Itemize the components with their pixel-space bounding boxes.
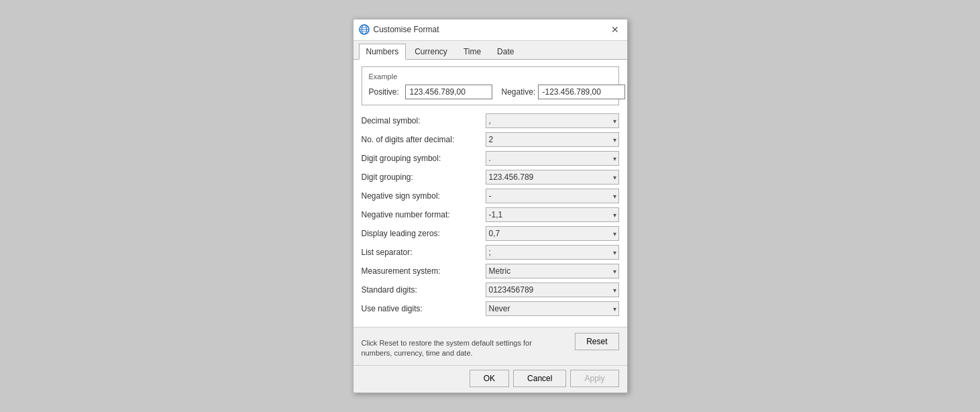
field-standard-digits: Standard digits: 0123456789 bbox=[362, 282, 619, 297]
label-grouping-symbol: Digit grouping symbol: bbox=[362, 154, 486, 163]
label-digits-after-decimal: No. of digits after decimal: bbox=[362, 135, 486, 144]
select-digits-after-decimal[interactable]: 2 bbox=[486, 132, 619, 147]
example-row: Positive: Negative: bbox=[369, 85, 612, 99]
field-digits-after-decimal: No. of digits after decimal: 2 bbox=[362, 132, 619, 147]
select-standard-digits[interactable]: 0123456789 bbox=[486, 282, 619, 297]
negative-label: Negative: bbox=[502, 87, 534, 97]
label-measurement-system: Measurement system: bbox=[362, 266, 486, 276]
field-decimal-symbol: Decimal symbol: , bbox=[362, 113, 619, 128]
apply-button[interactable]: Apply bbox=[570, 370, 618, 387]
select-wrapper-native-digits: Never bbox=[486, 301, 619, 316]
reset-button[interactable]: Reset bbox=[575, 333, 618, 350]
select-negative-number-format[interactable]: -1,1 bbox=[486, 207, 619, 222]
label-digit-grouping: Digit grouping: bbox=[362, 172, 486, 182]
select-wrapper-standard-digits: 0123456789 bbox=[486, 282, 619, 297]
field-native-digits: Use native digits: Never bbox=[362, 301, 619, 316]
select-grouping-symbol[interactable]: . bbox=[486, 151, 619, 166]
globe-icon bbox=[359, 24, 370, 35]
label-negative-number-format: Negative number format: bbox=[362, 210, 486, 219]
field-leading-zeros: Display leading zeros: 0,7 bbox=[362, 226, 619, 241]
select-digit-grouping[interactable]: 123.456.789 bbox=[486, 170, 619, 185]
label-list-separator: List separator: bbox=[362, 248, 486, 257]
tab-bar: Numbers Currency Time Date bbox=[353, 41, 627, 60]
example-title: Example bbox=[369, 72, 612, 81]
bottom-note: Click Reset to restore the system defaul… bbox=[362, 338, 536, 359]
select-wrapper-leading-zeros: 0,7 bbox=[486, 226, 619, 241]
select-native-digits[interactable]: Never bbox=[486, 301, 619, 316]
select-wrapper-negative-sign: - bbox=[486, 189, 619, 203]
select-negative-sign[interactable]: - bbox=[486, 189, 619, 203]
select-wrapper-decimal-symbol: , bbox=[486, 113, 619, 128]
title-bar-left: Customise Format bbox=[359, 24, 439, 35]
select-wrapper-negative-number-format: -1,1 bbox=[486, 207, 619, 222]
field-grouping-symbol: Digit grouping symbol: . bbox=[362, 151, 619, 166]
field-negative-sign: Negative sign symbol: - bbox=[362, 189, 619, 203]
bottom-section: Click Reset to restore the system defaul… bbox=[353, 327, 627, 366]
label-decimal-symbol: Decimal symbol: bbox=[362, 116, 486, 125]
select-decimal-symbol[interactable]: , bbox=[486, 113, 619, 128]
select-wrapper-grouping-symbol: . bbox=[486, 151, 619, 166]
dialog-footer: OK Cancel Apply bbox=[353, 365, 627, 393]
select-wrapper-digit-grouping: 123.456.789 bbox=[486, 170, 619, 185]
select-wrapper-digits-after-decimal: 2 bbox=[486, 132, 619, 147]
form-fields: Decimal symbol: , No. of digits after de… bbox=[362, 113, 619, 316]
customise-format-dialog: Customise Format ✕ Numbers Currency Time… bbox=[353, 19, 628, 394]
positive-input[interactable] bbox=[405, 85, 492, 99]
select-wrapper-list-separator: ; bbox=[486, 245, 619, 260]
field-digit-grouping: Digit grouping: 123.456.789 bbox=[362, 170, 619, 185]
tab-currency[interactable]: Currency bbox=[407, 44, 455, 59]
example-box: Example Positive: Negative: bbox=[362, 66, 619, 105]
label-native-digits: Use native digits: bbox=[362, 304, 486, 313]
close-button[interactable]: ✕ bbox=[608, 23, 622, 36]
select-list-separator[interactable]: ; bbox=[486, 245, 619, 260]
tab-date[interactable]: Date bbox=[490, 44, 521, 59]
field-measurement-system: Measurement system: Metric bbox=[362, 264, 619, 278]
select-wrapper-measurement-system: Metric bbox=[486, 264, 619, 278]
select-leading-zeros[interactable]: 0,7 bbox=[486, 226, 619, 241]
ok-button[interactable]: OK bbox=[470, 370, 509, 387]
positive-label: Positive: bbox=[369, 87, 401, 97]
label-negative-sign: Negative sign symbol: bbox=[362, 191, 486, 201]
dialog-body: Example Positive: Negative: Decimal symb… bbox=[353, 60, 627, 327]
tab-time[interactable]: Time bbox=[456, 44, 488, 59]
negative-input[interactable] bbox=[538, 85, 625, 99]
field-list-separator: List separator: ; bbox=[362, 245, 619, 260]
tab-numbers[interactable]: Numbers bbox=[359, 44, 406, 60]
label-standard-digits: Standard digits: bbox=[362, 285, 486, 295]
select-measurement-system[interactable]: Metric bbox=[486, 264, 619, 278]
dialog-title: Customise Format bbox=[374, 25, 439, 34]
field-negative-number-format: Negative number format: -1,1 bbox=[362, 207, 619, 222]
title-bar: Customise Format ✕ bbox=[353, 19, 627, 41]
cancel-button[interactable]: Cancel bbox=[513, 370, 566, 387]
label-leading-zeros: Display leading zeros: bbox=[362, 229, 486, 238]
